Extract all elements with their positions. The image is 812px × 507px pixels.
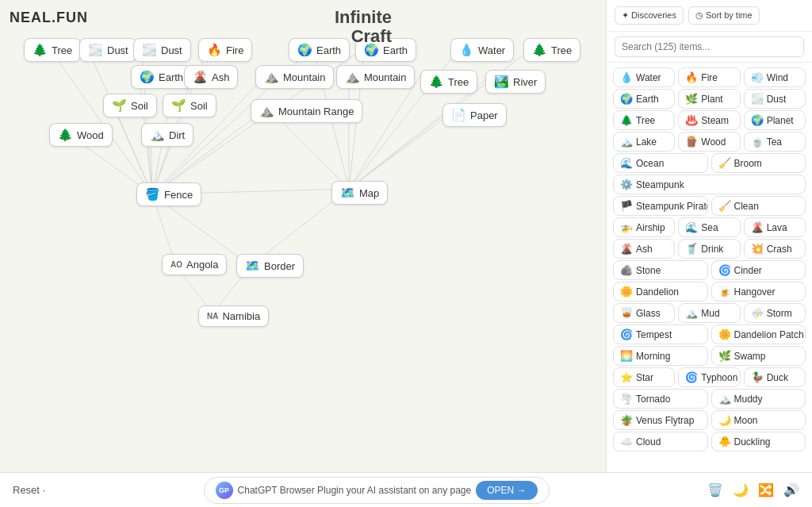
canvas-item-border1[interactable]: 🗺️Border <box>236 254 304 278</box>
sidebar-item-muddy[interactable]: 🏔️Muddy <box>711 389 806 409</box>
sidebar-label: Ocean <box>636 158 664 169</box>
sidebar-label: Moon <box>734 415 758 426</box>
item-label-wood1: Wood <box>77 129 104 141</box>
canvas-area[interactable]: NEAL.FUN Infinite Craft <box>0 0 606 472</box>
sidebar-item-lava[interactable]: 🌋Lava <box>744 217 806 237</box>
sidebar-item-duck[interactable]: 🦆Duck <box>744 367 806 387</box>
canvas-item-fire1[interactable]: 🔥Fire <box>198 38 252 62</box>
sidebar-item-drink[interactable]: 🥤Drink <box>678 239 740 259</box>
sidebar-item-tea[interactable]: 🍵Tea <box>744 132 806 152</box>
sidebar-item-dandelion-patch[interactable]: 🌼Dandelion Patch <box>711 325 806 344</box>
shuffle-icon[interactable]: 🔀 <box>758 482 774 497</box>
sidebar-item-storm[interactable]: ⛈️Storm <box>744 303 806 323</box>
item-label-soil2: Soil <box>190 100 208 112</box>
sort-button[interactable]: ◷ Sort by time <box>688 6 760 25</box>
sidebar-item-swamp[interactable]: 🌿Swamp <box>711 346 806 366</box>
sidebar-item-fire[interactable]: 🔥Fire <box>678 67 740 87</box>
item-emoji-fire1: 🔥 <box>207 43 222 57</box>
sidebar-item-earth[interactable]: 🌍Earth <box>613 89 675 109</box>
search-input[interactable] <box>615 36 804 57</box>
sidebar-item-airship[interactable]: 🚁Airship <box>613 217 675 237</box>
sidebar-item-plant[interactable]: 🌿Plant <box>678 89 740 109</box>
canvas-item-soil2[interactable]: 🌱Soil <box>163 94 216 117</box>
sidebar-item-tornado[interactable]: 🌪️Tornado <box>613 389 708 409</box>
canvas-item-river1[interactable]: 🏞️River <box>485 70 546 94</box>
sidebar-emoji: 💨 <box>751 71 764 83</box>
canvas-item-map1[interactable]: 🗺️Map <box>331 181 388 205</box>
canvas-item-mountain2[interactable]: ⛰️Mountain <box>336 65 415 89</box>
canvas-item-dirt1[interactable]: 🏔️Dirt <box>141 123 193 147</box>
sidebar-item-broom[interactable]: 🧹Broom <box>711 153 806 173</box>
sidebar-item-ash[interactable]: 🌋Ash <box>613 239 675 259</box>
sidebar-item-tree[interactable]: 🌲Tree <box>613 110 675 130</box>
open-button[interactable]: OPEN → <box>476 481 537 500</box>
item-label-dust1: Dust <box>107 44 128 56</box>
canvas-item-earth3[interactable]: 🌍Earth <box>131 65 192 89</box>
sidebar-row-14: ⭐Star🌀Typhoon🦆Duck <box>613 367 806 387</box>
discoveries-button[interactable]: ✦ Discoveries <box>615 6 684 25</box>
sidebar-row-5: ⚙️Steampunk <box>613 175 806 194</box>
sidebar-label: Broom <box>734 158 762 169</box>
sidebar-item-moon[interactable]: 🌙Moon <box>711 410 806 430</box>
sidebar-item-steampunk[interactable]: ⚙️Steampunk <box>613 175 806 194</box>
canvas-item-tree3[interactable]: 🌲Tree <box>420 70 477 94</box>
canvas-item-water1[interactable]: 💧Water <box>450 38 514 62</box>
sidebar-item-venus-flytrap[interactable]: 🪴Venus Flytrap <box>613 410 708 430</box>
sidebar-emoji: 🔥 <box>685 71 698 83</box>
canvas-item-ash1[interactable]: 🌋Ash <box>184 65 238 89</box>
sidebar-row-15: 🌪️Tornado🏔️Muddy <box>613 389 806 409</box>
sidebar-emoji: 🌍 <box>751 114 764 126</box>
sidebar-emoji: ☁️ <box>620 436 633 447</box>
canvas-item-dust2[interactable]: 🌫️Dust <box>133 38 191 62</box>
reset-button[interactable]: Reset · <box>13 484 45 496</box>
canvas-item-mountain_range[interactable]: ⛰️Mountain Range <box>251 99 362 123</box>
sidebar-item-dandelion[interactable]: 🌼Dandelion <box>613 282 708 302</box>
sidebar-item-clean[interactable]: 🧹Clean <box>711 196 806 216</box>
sidebar-item-cinder[interactable]: 🌀Cinder <box>711 260 806 280</box>
sidebar-item-wind[interactable]: 💨Wind <box>744 67 806 87</box>
sidebar-emoji: ⛈️ <box>751 307 764 319</box>
canvas-item-mountain1[interactable]: ⛰️Mountain <box>255 65 334 89</box>
sidebar-label: Duckling <box>734 436 771 447</box>
sidebar-item-water[interactable]: 💧Water <box>613 67 675 87</box>
canvas-item-dust1[interactable]: 🌫️Dust <box>79 38 137 62</box>
item-emoji-wood1: 🌲 <box>58 128 73 142</box>
sound-icon[interactable]: 🔊 <box>783 482 799 497</box>
sidebar-item-planet[interactable]: 🌍Planet <box>744 110 806 130</box>
sidebar-item-cloud[interactable]: ☁️Cloud <box>613 432 708 451</box>
trash-icon[interactable]: 🗑️ <box>707 482 723 497</box>
sidebar-item-duckling[interactable]: 🐥Duckling <box>711 432 806 451</box>
sidebar-item-hangover[interactable]: 🍺Hangover <box>711 282 806 302</box>
item-label-dirt1: Dirt <box>169 129 185 141</box>
sidebar-item-tempest[interactable]: 🌀Tempest <box>613 325 708 344</box>
sidebar-item-glass[interactable]: 🥃Glass <box>613 303 675 323</box>
sidebar-item-lake[interactable]: 🏔️Lake <box>613 132 675 152</box>
sidebar-item-typhoon[interactable]: 🌀Typhoon <box>678 367 740 387</box>
canvas-item-namibia1[interactable]: NANamibia <box>198 305 269 327</box>
sidebar-item-dust[interactable]: 🌫️Dust <box>744 89 806 109</box>
sidebar-emoji: 🌍 <box>620 93 633 105</box>
canvas-item-fence1[interactable]: 🪣Fence <box>136 182 201 206</box>
canvas-item-tree2[interactable]: 🌲Tree <box>523 38 580 62</box>
sidebar-item-morning[interactable]: 🌅Morning <box>613 346 708 366</box>
moon-icon[interactable]: 🌙 <box>733 482 749 497</box>
sidebar-item-star[interactable]: ⭐Star <box>613 367 675 387</box>
sidebar-row-4: 🌊Ocean🧹Broom <box>613 153 806 173</box>
canvas-item-soil1[interactable]: 🌱Soil <box>103 94 157 117</box>
canvas-item-wood1[interactable]: 🌲Wood <box>49 123 113 147</box>
sidebar-item-stone[interactable]: 🪨Stone <box>613 260 708 280</box>
sidebar-emoji: 🌲 <box>620 114 633 126</box>
sidebar-item-ocean[interactable]: 🌊Ocean <box>613 153 708 173</box>
canvas-item-tree1[interactable]: 🌲Tree <box>24 38 81 62</box>
canvas-item-angola1[interactable]: AOAngola <box>162 254 227 275</box>
sidebar-item-wood[interactable]: 🪵Wood <box>678 132 740 152</box>
sidebar-item-steam[interactable]: ♨️Steam <box>678 110 740 130</box>
sidebar-item-crash[interactable]: 💥Crash <box>744 239 806 259</box>
sidebar-item-mud[interactable]: 🏔️Mud <box>678 303 740 323</box>
sidebar-item-sea[interactable]: 🌊Sea <box>678 217 740 237</box>
sidebar-label: Cloud <box>636 436 661 447</box>
sidebar-emoji: 🌙 <box>718 414 731 426</box>
sidebar-item-steampunk-pirate[interactable]: 🏴Steampunk Pirate <box>613 196 708 216</box>
sidebar-label: Morning <box>636 351 670 362</box>
canvas-item-paper1[interactable]: 📄Paper <box>442 103 507 127</box>
